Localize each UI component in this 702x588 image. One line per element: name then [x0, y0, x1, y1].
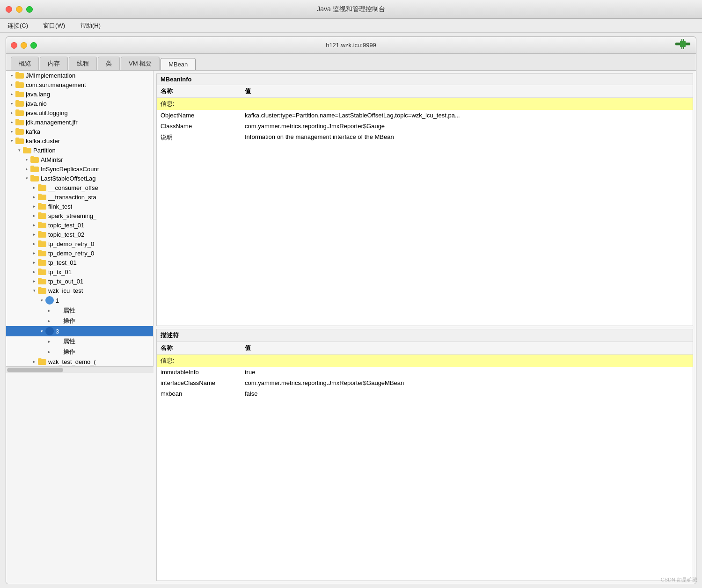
tree-item[interactable]: ▸tp_demo_retry_0	[6, 248, 153, 258]
tree-item[interactable]: ▾wzk_icu_test	[6, 286, 153, 295]
tree-item[interactable]: ▸tp_tx_out_01	[6, 276, 153, 286]
tree-item-label: kafka.cluster	[26, 138, 60, 145]
chevron-icon: ▸	[30, 193, 38, 201]
chevron-icon: ▾	[8, 137, 15, 145]
menu-connect[interactable]: 连接(C)	[5, 21, 31, 31]
inner-maximize-button[interactable]	[30, 42, 37, 49]
desc-row-name-mxbean: mxbean	[157, 388, 241, 399]
tree-item[interactable]: ▸java.lang	[6, 89, 153, 99]
tree-item[interactable]: ▾1	[6, 295, 153, 305]
connection-title: h121.wzk.icu:9999	[326, 42, 376, 49]
mbean-info-section: MBeanInfo 名称 值 信息:	[156, 73, 693, 326]
folder-icon	[38, 287, 46, 294]
tree-item[interactable]: ▸tp_tx_01	[6, 267, 153, 276]
svg-rect-5	[681, 47, 682, 49]
tree-item[interactable]: ▸java.util.logging	[6, 108, 153, 117]
chevron-icon: ▸	[8, 109, 15, 116]
tab-threads[interactable]: 线程	[69, 57, 97, 70]
descriptor-section: 描述符 名称 值 信息:	[156, 329, 693, 581]
chevron-icon: ▸	[30, 240, 38, 247]
tree-item[interactable]: ▸tp_demo_retry_0	[6, 239, 153, 248]
svg-rect-6	[683, 47, 684, 49]
tree-item[interactable]: ▸tp_test_01	[6, 258, 153, 267]
tree-item-label: InSyncReplicasCount	[41, 166, 99, 173]
folder-icon	[38, 212, 46, 219]
close-button[interactable]	[6, 6, 12, 13]
tree-item-label: wzk_icu_test	[48, 287, 83, 294]
tree-item[interactable]: ▸AtMinIsr	[6, 155, 153, 164]
tree-item[interactable]: ▸wzk_test_demo_(	[6, 357, 153, 366]
menu-help[interactable]: 帮助(H)	[77, 21, 103, 31]
tab-mbean[interactable]: MBean	[161, 58, 196, 70]
tree-item[interactable]: ▸kafka	[6, 127, 153, 136]
leaf-icon	[53, 348, 61, 355]
tree-item[interactable]: ▸flink_test	[6, 202, 153, 211]
folder-icon	[15, 128, 24, 135]
menu-window[interactable]: 窗口(W)	[40, 21, 68, 31]
maximize-button[interactable]	[26, 6, 33, 13]
inner-close-button[interactable]	[11, 42, 17, 49]
folder-icon	[15, 100, 24, 107]
tab-overview[interactable]: 概览	[11, 57, 39, 70]
tree-item[interactable]: ▸InSyncReplicasCount	[6, 164, 153, 174]
chevron-icon: ▸	[8, 128, 15, 135]
inner-minimize-button[interactable]	[21, 42, 27, 49]
folder-icon	[15, 138, 24, 144]
minimize-button[interactable]	[16, 6, 22, 13]
bean-icon	[45, 296, 54, 305]
tree-item[interactable]: ▸操作	[6, 316, 153, 326]
descriptor-row-interface: interfaceClassName com.yammer.metrics.re…	[157, 377, 693, 388]
chevron-icon: ▸	[8, 100, 15, 107]
tree-item[interactable]: ▸JMImplementation	[6, 71, 153, 80]
tree-item[interactable]: ▾LastStableOffsetLag	[6, 174, 153, 183]
mbean-info-title: MBeanInfo	[157, 74, 693, 85]
scroll-thumb[interactable]	[7, 368, 63, 372]
col-header-value: 值	[241, 85, 693, 98]
tree-item-label: com.sun.management	[26, 81, 86, 88]
tree-item-label: java.nio	[26, 100, 47, 107]
row-value-classname: com.yammer.metrics.reporting.JmxReporter…	[241, 121, 693, 131]
tree-item[interactable]: ▸__consumer_offse	[6, 183, 153, 192]
desc-row-name-interface: interfaceClassName	[157, 377, 241, 388]
tree-item[interactable]: ▸topic_test_01	[6, 220, 153, 230]
horizontal-scrollbar[interactable]	[6, 366, 154, 373]
tree-item[interactable]: ▾kafka.cluster	[6, 136, 153, 145]
chevron-icon: ▾	[15, 146, 23, 154]
folder-icon	[30, 166, 39, 172]
tree-item[interactable]: ▾Partition	[6, 145, 153, 155]
tree-item[interactable]: ▸topic_test_02	[6, 230, 153, 239]
row-value-description: Information on the management interface …	[241, 131, 693, 144]
tree-item[interactable]: ▸java.nio	[6, 99, 153, 108]
folder-icon	[38, 194, 46, 200]
chevron-icon: ▸	[30, 277, 38, 285]
tab-memory[interactable]: 内存	[40, 57, 68, 70]
tree-item[interactable]: ▸__transaction_sta	[6, 192, 153, 202]
tree-item[interactable]: ▸操作	[6, 347, 153, 357]
bean-icon	[45, 327, 54, 335]
chevron-icon: ▸	[30, 203, 38, 210]
tree-item-label: kafka	[26, 128, 40, 135]
tab-bar: 概览 内存 线程 类 VM 概要 MBean	[6, 54, 696, 71]
chevron-icon: ▸	[30, 221, 38, 229]
mbean-info-highlight-row: 信息:	[157, 98, 693, 110]
folder-icon	[15, 91, 24, 97]
tree-item[interactable]: ▸spark_streaming_	[6, 211, 153, 220]
tab-classes[interactable]: 类	[98, 57, 120, 70]
tab-vm[interactable]: VM 概要	[121, 57, 160, 70]
tree-item[interactable]: ▾3	[6, 326, 153, 336]
desc-col-header-name: 名称	[157, 342, 241, 355]
chevron-icon: ▸	[23, 165, 30, 173]
chevron-icon: ▸	[8, 72, 15, 79]
tree-item[interactable]: ▸属性	[6, 336, 153, 347]
mbean-tree[interactable]: ▸JMImplementation▸com.sun.management▸jav…	[6, 71, 154, 366]
tree-item[interactable]: ▸jdk.management.jfr	[6, 117, 153, 127]
outer-window: Java 监视和管理控制台 连接(C) 窗口(W) 帮助(H) h121.wzk…	[0, 0, 702, 588]
desc-highlight-label: 信息:	[157, 354, 241, 367]
folder-icon	[38, 184, 46, 191]
descriptor-highlight-row: 信息:	[157, 354, 693, 367]
tree-item[interactable]: ▸com.sun.management	[6, 80, 153, 89]
tree-item-label: 属性	[63, 337, 75, 346]
folder-icon	[38, 250, 46, 256]
tree-item[interactable]: ▸属性	[6, 305, 153, 316]
chevron-icon: ▾	[23, 174, 30, 182]
